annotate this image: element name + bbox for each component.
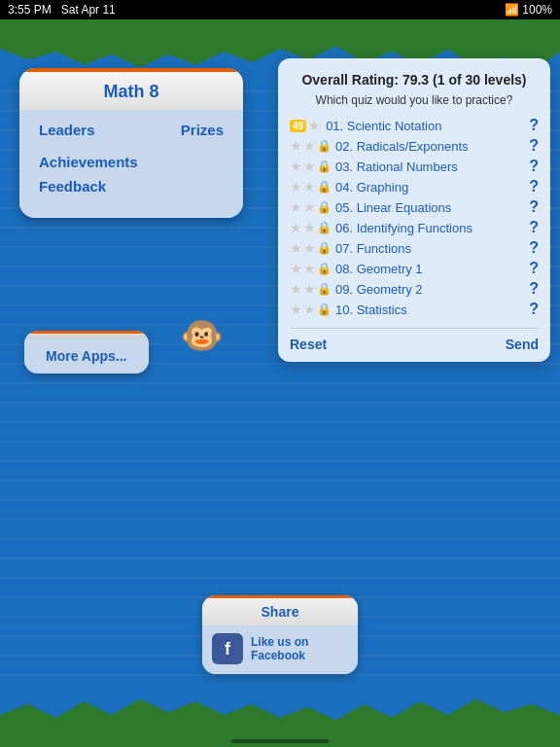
quiz-label-7: 07. Functions xyxy=(335,241,525,256)
star-3b: ★ xyxy=(303,159,316,174)
star-7b: ★ xyxy=(303,240,316,256)
lock-icon-7: 🔒 xyxy=(317,241,332,255)
star-9: ★ xyxy=(290,281,302,297)
wifi-icon: 📶 xyxy=(505,3,519,17)
score-badge-1: 49 xyxy=(290,120,306,132)
prizes-button[interactable]: Prizes xyxy=(181,122,224,138)
facebook-icon[interactable]: f xyxy=(212,633,243,664)
status-bar: 3:55 PM Sat Apr 11 📶 100% xyxy=(0,0,560,19)
quiz-label-1: 01. Scientic Notation xyxy=(326,119,525,133)
quiz-label-5: 05. Linear Equations xyxy=(335,200,525,215)
star-5b: ★ xyxy=(303,199,316,215)
feedback-button[interactable]: Feedback xyxy=(39,178,224,195)
help-icon-8[interactable]: ? xyxy=(529,260,539,277)
quiz-item-4[interactable]: ★ ★ 🔒 04. Graphing ? xyxy=(290,178,539,196)
help-icon-5[interactable]: ? xyxy=(529,198,539,216)
help-icon-4[interactable]: ? xyxy=(529,178,539,196)
star-6b: ★ xyxy=(303,220,316,235)
lock-icon-8: 🔒 xyxy=(317,262,332,275)
lock-icon-9: 🔒 xyxy=(317,282,332,296)
menu-card-body: Leaders Prizes Achievements Feedback xyxy=(19,110,243,218)
star-2b: ★ xyxy=(303,138,316,154)
star-7: ★ xyxy=(290,240,302,256)
leaders-button[interactable]: Leaders xyxy=(39,122,95,138)
lock-icon-4: 🔒 xyxy=(317,180,332,194)
star-3: ★ xyxy=(290,159,302,174)
battery-icon: 100% xyxy=(522,3,552,17)
help-icon-9[interactable]: ? xyxy=(529,280,539,298)
quiz-item-9[interactable]: ★ ★ 🔒 09. Geometry 2 ? xyxy=(290,280,539,298)
quiz-item-10[interactable]: ★ ★ 🔒 10. Statistics ? xyxy=(290,301,539,318)
quiz-item-2[interactable]: ★ ★ 🔒 02. Radicals/Exponents ? xyxy=(290,137,539,155)
quiz-item-3[interactable]: ★ ★ 🔒 03. Rational Numbers ? xyxy=(290,158,539,175)
more-apps-card: More Apps... xyxy=(24,331,149,374)
star-5: ★ xyxy=(290,199,302,215)
quiz-item-1[interactable]: 49 ★ 01. Scientic Notation ? xyxy=(290,117,539,134)
quiz-label-4: 04. Graphing xyxy=(335,180,525,195)
help-icon-1[interactable]: ? xyxy=(529,117,539,134)
star-10b: ★ xyxy=(303,302,316,317)
lock-icon-3: 🔒 xyxy=(317,160,332,173)
help-icon-2[interactable]: ? xyxy=(529,137,539,155)
status-icons: 📶 100% xyxy=(505,3,552,17)
quiz-label-3: 03. Rational Numbers xyxy=(335,160,525,174)
star-6: ★ xyxy=(290,220,302,235)
quiz-overall-rating: Overall Rating: 79.3 (1 of 30 levels) xyxy=(290,72,539,88)
status-time: 3:55 PM Sat Apr 11 xyxy=(8,3,116,17)
quiz-list: 49 ★ 01. Scientic Notation ? ★ ★ 🔒 02. R… xyxy=(290,117,539,318)
help-icon-6[interactable]: ? xyxy=(529,219,539,236)
quiz-item-8[interactable]: ★ ★ 🔒 08. Geometry 1 ? xyxy=(290,260,539,277)
star-9b: ★ xyxy=(303,281,316,297)
lock-icon-2: 🔒 xyxy=(317,139,332,153)
monkey-character: 🐵 xyxy=(180,311,219,360)
more-apps-card-header xyxy=(24,331,149,338)
share-title: Share xyxy=(202,604,358,620)
quiz-panel-footer: Reset Send xyxy=(290,328,539,352)
menu-card-header: Math 8 xyxy=(19,68,243,110)
star-4: ★ xyxy=(290,179,302,195)
star-2: ★ xyxy=(290,138,302,154)
quiz-item-7[interactable]: ★ ★ 🔒 07. Functions ? xyxy=(290,239,539,257)
reset-button[interactable]: Reset xyxy=(290,337,327,352)
star-8b: ★ xyxy=(303,261,316,276)
lock-icon-6: 🔒 xyxy=(317,221,332,234)
star-8: ★ xyxy=(290,261,302,276)
menu-card-title: Math 8 xyxy=(19,82,243,102)
more-apps-button[interactable]: More Apps... xyxy=(24,338,149,374)
quiz-label-8: 08. Geometry 1 xyxy=(335,262,525,276)
facebook-label[interactable]: Like us onFacebook xyxy=(251,635,308,662)
share-card-body: f Like us onFacebook xyxy=(202,625,358,674)
star-4b: ★ xyxy=(303,179,316,195)
help-icon-7[interactable]: ? xyxy=(529,239,539,257)
quiz-label-6: 06. Identifying Functions xyxy=(335,221,525,235)
quiz-item-6[interactable]: ★ ★ 🔒 06. Identifying Functions ? xyxy=(290,219,539,236)
lock-icon-10: 🔒 xyxy=(317,302,332,316)
quiz-panel: Overall Rating: 79.3 (1 of 30 levels) Wh… xyxy=(278,58,550,362)
menu-card: Math 8 Leaders Prizes Achievements Feedb… xyxy=(19,68,243,218)
quiz-label-2: 02. Radicals/Exponents xyxy=(335,139,525,154)
star-10: ★ xyxy=(290,302,302,317)
lock-icon-5: 🔒 xyxy=(317,200,332,214)
achievements-button[interactable]: Achievements xyxy=(39,154,224,170)
menu-leaders-prizes-row: Leaders Prizes xyxy=(39,122,224,146)
quiz-label-9: 09. Geometry 2 xyxy=(335,282,525,297)
quiz-item-5[interactable]: ★ ★ 🔒 05. Linear Equations ? xyxy=(290,198,539,216)
home-indicator xyxy=(231,739,329,743)
share-card-header: Share xyxy=(202,595,358,625)
quiz-subtitle: Which quiz would you like to practice? xyxy=(290,93,539,107)
help-icon-3[interactable]: ? xyxy=(529,158,539,175)
help-icon-10[interactable]: ? xyxy=(529,301,539,318)
star-1: ★ xyxy=(308,118,321,133)
quiz-label-10: 10. Statistics xyxy=(335,302,525,317)
share-card: Share f Like us onFacebook xyxy=(202,595,358,674)
send-button[interactable]: Send xyxy=(506,337,539,352)
